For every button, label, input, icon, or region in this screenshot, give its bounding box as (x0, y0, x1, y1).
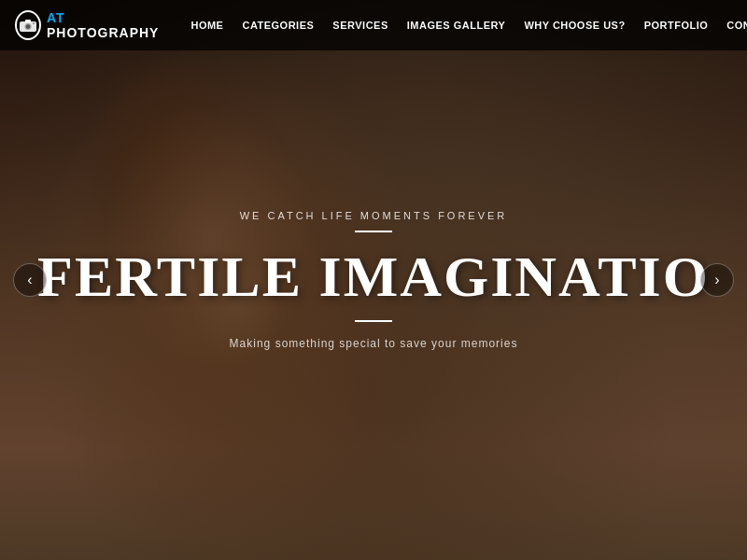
nav-contact[interactable]: CONTACT (726, 20, 747, 31)
logo-text: AT PHOTOGRAPHY (47, 10, 162, 40)
slider-next-button[interactable]: › (700, 263, 734, 297)
svg-rect-3 (25, 20, 31, 22)
nav-categories[interactable]: CATEGORIES (242, 20, 314, 31)
hero-content: WE CATCH LIFE MOMENTS FOREVER FERTILE IM… (37, 210, 710, 350)
hero-section: AT PHOTOGRAPHY HOME CATEGORIES SERVICES … (0, 0, 747, 560)
navbar: AT PHOTOGRAPHY HOME CATEGORIES SERVICES … (0, 0, 747, 50)
hero-divider-bottom (355, 320, 392, 322)
nav-home[interactable]: HOME (190, 20, 223, 31)
hero-tagline: WE CATCH LIFE MOMENTS FOREVER (37, 210, 710, 221)
chevron-right-icon: › (714, 272, 719, 288)
svg-point-4 (33, 22, 35, 24)
nav-images-gallery[interactable]: IMAGES GALLERY (407, 20, 506, 31)
hero-divider-top (355, 231, 392, 232)
hero-subtitle: Making something special to save your me… (37, 337, 710, 350)
logo-icon (15, 10, 41, 40)
slider-prev-button[interactable]: ‹ (13, 263, 47, 297)
hero-title: FERTILE IMAGINATIO (37, 247, 710, 305)
nav-services[interactable]: SERVICES (332, 20, 388, 31)
nav-links: HOME CATEGORIES SERVICES IMAGES GALLERY … (190, 20, 747, 31)
nav-why-choose-us[interactable]: WHY CHOOSE US? (524, 20, 625, 31)
logo[interactable]: AT PHOTOGRAPHY (15, 10, 162, 40)
chevron-left-icon: ‹ (27, 272, 32, 288)
nav-portfolio[interactable]: PORTFOLIO (644, 20, 709, 31)
svg-point-2 (26, 24, 30, 28)
